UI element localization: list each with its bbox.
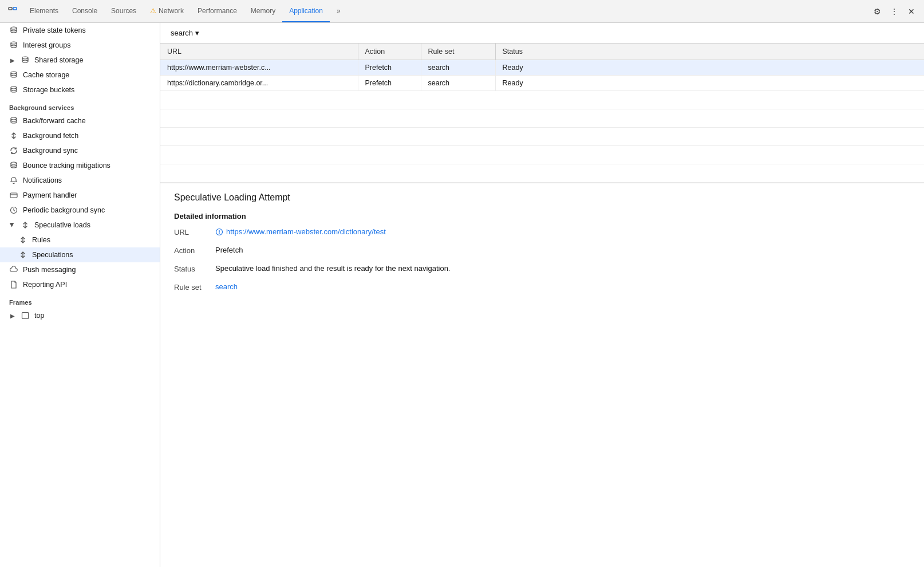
sidebar-item-private-state-tokens[interactable]: Private state tokens	[0, 23, 160, 38]
db-icon	[9, 41, 18, 50]
toolbar-right: ⚙ ⋮ ✕	[869, 3, 919, 19]
sidebar-item-periodic-bg-sync[interactable]: Periodic background sync	[0, 203, 160, 218]
cursor-icon[interactable]	[5, 3, 21, 19]
tab-memory[interactable]: Memory	[244, 0, 282, 22]
sidebar-item-shared-storage[interactable]: ▶ Shared storage	[0, 53, 160, 68]
cell-ruleset: search	[421, 76, 495, 91]
action-value: Prefetch	[215, 246, 243, 254]
svg-rect-0	[9, 7, 12, 10]
file-icon	[9, 280, 18, 289]
detail-url-row: URL https://www.merriam-webster.com/dict…	[174, 227, 910, 237]
dropdown-arrow-icon: ▾	[195, 29, 199, 37]
svg-point-6	[11, 86, 17, 89]
cell-url: https://dictionary.cambridge.or...	[160, 76, 358, 91]
col-header-ruleset: Rule set	[421, 44, 495, 60]
tab-performance[interactable]: Performance	[191, 0, 244, 22]
sidebar-item-notifications[interactable]: Notifications	[0, 173, 160, 188]
search-bar: search ▾	[160, 23, 924, 44]
col-header-status: Status	[495, 44, 924, 60]
tab-more[interactable]: »	[330, 0, 348, 22]
detail-status-row: Status Speculative load finished and the…	[174, 264, 910, 273]
action-label: Action	[174, 246, 208, 255]
arrows-updown-icon	[18, 235, 27, 245]
detail-ruleset-row: Rule set search	[174, 282, 910, 292]
detail-action-row: Action Prefetch	[174, 246, 910, 255]
empty-row	[160, 109, 924, 128]
status-label: Status	[174, 264, 208, 273]
status-value: Speculative load finished and the result…	[215, 264, 450, 273]
warn-icon: ⚠	[150, 7, 156, 15]
tab-sources[interactable]: Sources	[104, 0, 143, 22]
tab-application[interactable]: Application	[282, 0, 330, 22]
sync-icon	[9, 146, 18, 155]
table-row[interactable]: https://dictionary.cambridge.or... Prefe…	[160, 76, 924, 91]
sidebar-item-cache-storage[interactable]: Cache storage	[0, 68, 160, 82]
gear-icon[interactable]: ⚙	[869, 3, 885, 19]
sidebar: Private state tokens Interest groups ▶ S…	[0, 23, 160, 567]
sidebar-item-rules[interactable]: Rules	[0, 233, 160, 247]
link-icon	[215, 228, 223, 236]
svg-rect-1	[13, 7, 17, 10]
sidebar-item-background-fetch[interactable]: Background fetch	[0, 128, 160, 143]
sidebar-item-payment-handler[interactable]: Payment handler	[0, 188, 160, 203]
sidebar-item-back-forward-cache[interactable]: Back/forward cache	[0, 113, 160, 128]
table-row[interactable]: https://www.merriam-webster.c... Prefetc…	[160, 60, 924, 76]
empty-row	[160, 91, 924, 109]
svg-point-7	[11, 117, 17, 120]
svg-point-5	[11, 72, 17, 74]
arrows-updown-icon	[21, 220, 30, 230]
sidebar-item-storage-buckets[interactable]: Storage buckets	[0, 82, 160, 97]
speculations-table: URL Action Rule set Status https://www.m…	[160, 44, 924, 183]
frame-icon	[21, 311, 30, 320]
tab-console[interactable]: Console	[65, 0, 104, 22]
empty-row	[160, 164, 924, 183]
ruleset-label: Rule set	[174, 282, 208, 292]
db-icon	[21, 56, 30, 65]
more-options-icon[interactable]: ⋮	[886, 3, 902, 19]
url-label: URL	[174, 227, 208, 237]
close-icon[interactable]: ✕	[903, 3, 919, 19]
svg-point-4	[22, 57, 28, 59]
sidebar-item-reporting-api[interactable]: Reporting API	[0, 277, 160, 292]
cell-url: https://www.merriam-webster.c...	[160, 60, 358, 76]
svg-point-3	[11, 42, 17, 44]
url-link[interactable]: https://www.merriam-webster.com/dictiona…	[215, 227, 386, 236]
sidebar-item-interest-groups[interactable]: Interest groups	[0, 38, 160, 53]
ruleset-link[interactable]: search	[215, 282, 238, 291]
sidebar-item-speculative-loads[interactable]: ▶ Speculative loads	[0, 218, 160, 233]
sidebar-item-push-messaging[interactable]: Push messaging	[0, 262, 160, 277]
content-area: search ▾ URL Action Rule set Status http…	[160, 23, 924, 567]
expand-top-icon: ▶	[9, 312, 16, 319]
db-icon	[9, 161, 18, 170]
db-icon	[9, 70, 18, 80]
detail-section: Detailed information URL https://www.mer…	[174, 212, 910, 292]
svg-point-2	[11, 27, 17, 29]
tab-elements[interactable]: Elements	[23, 0, 65, 22]
detail-panel: Speculative Loading Attempt Detailed inf…	[160, 183, 924, 567]
card-icon	[9, 191, 18, 200]
cell-action: Prefetch	[358, 76, 421, 91]
cell-ruleset: search	[421, 60, 495, 76]
search-dropdown[interactable]: search ▾	[167, 27, 203, 38]
db-icon	[9, 26, 18, 35]
main-layout: Private state tokens Interest groups ▶ S…	[0, 23, 924, 567]
sidebar-item-speculations[interactable]: Speculations	[0, 247, 160, 262]
cloud-icon	[9, 265, 18, 274]
bell-icon	[9, 176, 18, 185]
sidebar-item-background-sync[interactable]: Background sync	[0, 143, 160, 158]
arrows-updown-icon	[18, 250, 27, 259]
arrows-updown-icon	[9, 131, 18, 140]
frames-section: Frames	[0, 292, 160, 308]
cell-status: Ready	[495, 60, 924, 76]
sidebar-item-top[interactable]: ▶ top	[0, 308, 160, 323]
detail-title: Speculative Loading Attempt	[174, 192, 910, 203]
empty-row	[160, 128, 924, 146]
tab-network[interactable]: ⚠Network	[143, 0, 191, 22]
expand-speculative-icon: ▶	[9, 222, 16, 229]
empty-row	[160, 146, 924, 164]
sidebar-item-bounce-tracking[interactable]: Bounce tracking mitigations	[0, 158, 160, 173]
col-header-action: Action	[358, 44, 421, 60]
bg-services-section: Background services	[0, 97, 160, 113]
col-header-url: URL	[160, 44, 358, 60]
svg-rect-12	[22, 313, 29, 319]
